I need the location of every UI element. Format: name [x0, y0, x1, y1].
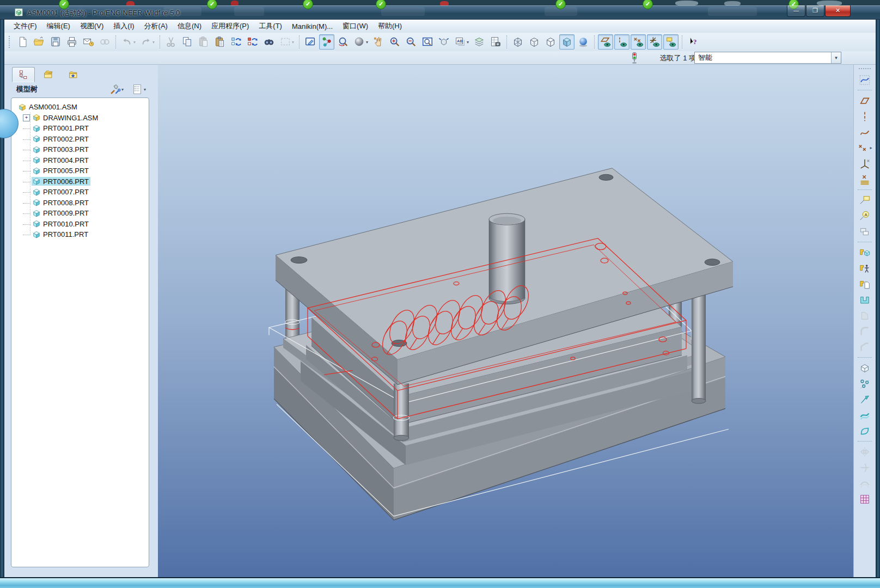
mirror-button[interactable] [858, 444, 872, 459]
toolbar-grip[interactable] [9, 36, 11, 48]
dropdown-caret[interactable]: ▸ [870, 145, 872, 150]
assemble-manikin-button[interactable] [858, 261, 872, 275]
toolbar-grip[interactable] [859, 68, 871, 69]
new-button[interactable] [15, 34, 30, 50]
dropdown-caret[interactable]: ▾ [467, 40, 469, 45]
tree-settings-button[interactable]: ▾ [107, 82, 125, 97]
menu-e[interactable]: 编辑(E) [42, 20, 75, 33]
tree-item-prt0004.prt[interactable]: PRT0004.PRT [13, 155, 149, 166]
model-tree-tab[interactable] [12, 67, 35, 82]
datum-plane-button[interactable] [858, 93, 872, 108]
no-hidden-display-button[interactable] [543, 34, 558, 50]
close-button[interactable]: ✕ [825, 5, 851, 17]
zoom-in-button[interactable] [387, 34, 402, 50]
context-help-button[interactable] [686, 34, 701, 50]
wireframe-display-button[interactable] [510, 34, 525, 50]
tree-item-prt0002.prt[interactable]: PRT0002.PRT [13, 134, 149, 145]
field-point-button[interactable] [858, 172, 872, 187]
cut-button[interactable] [163, 34, 179, 50]
title-bar[interactable]: ASM0001 (活动的) - Pro/ENGINEER Wildfire 5.… [0, 5, 880, 20]
tree-item-prt0009.prt[interactable]: PRT0009.PRT [13, 208, 149, 219]
flexible-surface-button[interactable] [858, 408, 872, 422]
dropdown-caret[interactable]: ▾ [152, 40, 155, 45]
datum-axis-display-button[interactable] [614, 34, 630, 50]
hidden-line-display-button[interactable] [527, 34, 542, 50]
pan-zoom-button[interactable] [371, 34, 386, 50]
tree-item-drawing1.asm[interactable]: +DRAWING1.ASM [13, 113, 149, 124]
csys-display-button[interactable] [647, 34, 662, 50]
trim-button[interactable] [858, 460, 872, 475]
folder-browser-tab[interactable] [37, 67, 60, 82]
redo-button[interactable]: ▾ [138, 34, 156, 50]
tree-item-prt0008.prt[interactable]: PRT0008.PRT [13, 198, 149, 209]
copy-button[interactable] [180, 34, 195, 50]
repaint-button[interactable] [303, 34, 318, 50]
extrude-button[interactable] [858, 292, 872, 307]
paste-special-button[interactable] [212, 34, 228, 50]
dropdown-caret[interactable]: ▾ [366, 40, 368, 45]
regenerate-button[interactable] [229, 34, 244, 50]
undo-button[interactable]: ▾ [119, 34, 137, 50]
swept-blend-button[interactable] [858, 340, 872, 354]
coordinate-system-button[interactable] [858, 156, 872, 171]
menu-f[interactable]: 文件(F) [9, 20, 42, 33]
menu-h[interactable]: 帮助(H) [373, 20, 407, 33]
annotation-feature-button[interactable] [858, 209, 872, 223]
saved-views-button[interactable]: ▾ [453, 34, 470, 50]
tree-item-prt0003.prt[interactable]: PRT0003.PRT [13, 144, 149, 155]
select-by-box-button[interactable]: ▾ [278, 34, 296, 50]
tree-item-asm0001.asm[interactable]: ASM0001.ASM [13, 102, 149, 113]
boundary-blend-button[interactable] [858, 424, 872, 438]
selection-filter-combobox[interactable]: 智能 ▼ [694, 52, 841, 64]
orient-mode-button[interactable] [335, 34, 351, 50]
datum-plane-display-button[interactable] [598, 34, 613, 50]
menu-t[interactable]: 工具(T) [254, 20, 287, 33]
menu-v[interactable]: 视图(V) [75, 20, 108, 33]
find-button[interactable] [261, 34, 277, 50]
menu-p[interactable]: 应用程序(P) [206, 20, 254, 33]
dropdown-caret[interactable]: ▾ [121, 87, 124, 92]
render-style-button[interactable]: ▾ [352, 34, 370, 50]
maximize-button[interactable]: ❐ [806, 5, 824, 17]
annotation-display-button[interactable] [663, 34, 679, 50]
shaded-display-button[interactable] [559, 34, 575, 50]
menu-w[interactable]: 窗口(W) [338, 20, 373, 33]
favorites-tab[interactable] [62, 67, 85, 82]
menu-i[interactable]: 插入(I) [108, 20, 139, 33]
guide-pillar-front-left[interactable] [394, 383, 410, 440]
annotation-note-button[interactable] [858, 193, 872, 207]
spin-center-button[interactable] [319, 34, 334, 50]
zoom-out-button[interactable] [404, 34, 419, 50]
3d-model-scene[interactable] [158, 65, 854, 578]
dropdown-caret[interactable]: ▾ [144, 87, 146, 92]
flexible-move-button[interactable] [858, 392, 872, 407]
component-operations-button[interactable] [858, 360, 872, 375]
enhanced-realism-button[interactable] [576, 34, 591, 50]
save-button[interactable] [48, 34, 63, 50]
print-button[interactable] [64, 34, 80, 50]
guide-pillar-front-right[interactable] [692, 287, 706, 404]
custom-regenerate-button[interactable] [245, 34, 260, 50]
merge-button[interactable] [858, 476, 872, 491]
tree-expander[interactable]: + [23, 114, 30, 121]
facet-feature-button[interactable] [858, 492, 872, 506]
reorient-view-button[interactable] [436, 34, 451, 50]
datum-point-display-button[interactable] [631, 34, 646, 50]
datum-axis-button[interactable] [858, 109, 872, 124]
dropdown-caret[interactable]: ▾ [133, 40, 136, 45]
datum-point-button[interactable]: ▸ [856, 140, 873, 155]
graphics-viewport[interactable] [158, 64, 854, 578]
revolve-button[interactable] [858, 308, 872, 323]
tree-item-prt0007.prt[interactable]: PRT0007.PRT [13, 187, 149, 198]
combobox-dropdown-button[interactable]: ▼ [831, 52, 841, 63]
minimize-button[interactable]: — [787, 5, 805, 17]
pattern-button[interactable] [858, 376, 872, 391]
variable-sweep-button[interactable] [858, 324, 872, 339]
menu-n[interactable]: 信息(N) [173, 20, 206, 33]
sketch-tool-button[interactable] [858, 72, 872, 87]
open-button[interactable] [32, 34, 47, 50]
email-model-button[interactable] [81, 34, 96, 50]
tree-show-button[interactable]: ▾ [130, 82, 148, 97]
tree-item-prt0006.prt[interactable]: PRT0006.PRT [13, 176, 149, 187]
assemble-component-button[interactable] [858, 245, 872, 260]
